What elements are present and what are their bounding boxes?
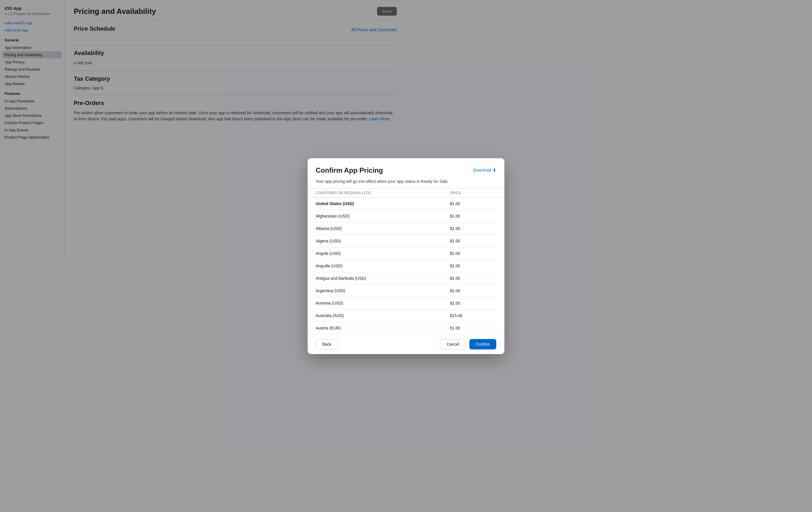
pricing-table: United States (USD)$1.00Afghanistan (USD…	[308, 198, 406, 256]
table-row: Afghanistan (USD)$1.00	[316, 210, 406, 222]
row-country: Angola (USD)	[316, 251, 406, 256]
row-country: Algeria (USD)	[316, 239, 406, 243]
column-header-country: COUNTRIES OR REGIONS (175)	[316, 191, 406, 195]
table-header: COUNTRIES OR REGIONS (175) PRICE	[308, 188, 406, 198]
row-country: United States (USD)	[316, 201, 406, 206]
table-row: Angola (USD)$1.00	[316, 247, 406, 256]
confirm-pricing-modal: Confirm App Pricing Download ⬆︎ Your app…	[308, 158, 406, 256]
table-row: Algeria (USD)$1.00	[316, 235, 406, 247]
modal-overlay: Confirm App Pricing Download ⬆︎ Your app…	[0, 0, 406, 256]
modal-subtitle: Your app pricing will go into effect whe…	[308, 179, 406, 188]
modal-header: Confirm App Pricing Download ⬆︎	[308, 158, 406, 179]
row-country: Afghanistan (USD)	[316, 214, 406, 218]
table-row: Albania (USD)$1.00	[316, 222, 406, 235]
row-country: Albania (USD)	[316, 226, 406, 231]
modal-title: Confirm App Pricing	[316, 166, 383, 174]
table-row: United States (USD)$1.00	[316, 198, 406, 210]
